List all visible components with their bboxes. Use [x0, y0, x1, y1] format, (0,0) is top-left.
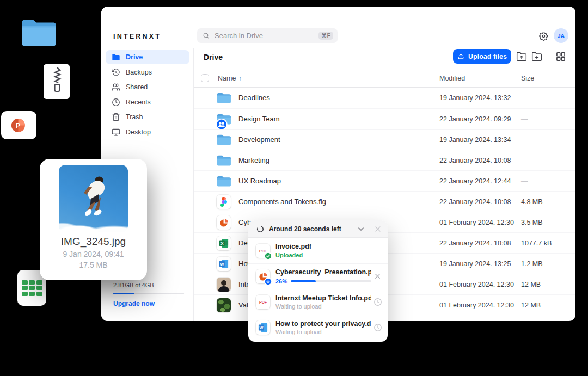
collapse-chevron-icon[interactable] [357, 225, 365, 233]
file-modified: 22 January 2024. 12:44 [439, 177, 511, 185]
folder-icon [217, 134, 231, 145]
svg-text:X: X [220, 241, 224, 246]
folder-icon [217, 92, 231, 103]
top-bar: INTERNXT ⌘F JA [101, 7, 575, 48]
upload-folder-button[interactable] [516, 51, 527, 62]
user-avatar[interactable]: JA [554, 28, 568, 43]
page-title: Drive [204, 53, 223, 61]
waiting-clock-icon [373, 323, 382, 332]
file-size: 3.5 MB [521, 219, 543, 226]
cancel-upload-icon[interactable] [373, 272, 382, 281]
pdf-file-icon: PDF [256, 244, 270, 258]
svg-text:W: W [259, 325, 263, 330]
desktop-background: P IMG_3245.jpg 9 Jan 2024, 09:41 17.5 MB [0, 0, 588, 376]
table-row[interactable]: Development 19 January 2024. 13:34 — [194, 129, 575, 150]
select-all-checkbox[interactable] [201, 74, 209, 82]
sidebar-item-desktop[interactable]: Desktop [106, 125, 189, 139]
sidebar-item-drive[interactable]: Drive [106, 50, 189, 64]
upload-item-info: Invoice.pdfUploaded [275, 243, 382, 258]
upload-item-info: How to protect your privacy.docWaiting t… [275, 320, 371, 336]
photo-person-icon [217, 278, 231, 292]
upload-time-remaining: Around 20 seconds left [269, 225, 357, 233]
upload-popup-header: Around 20 seconds left [248, 220, 388, 238]
internxt-logo: INTERNXT [113, 33, 161, 40]
sidebar-item-label: Recents [126, 98, 151, 106]
desktop-icon [112, 128, 120, 137]
table-row[interactable]: Components and Tokens.fig 22 January 202… [194, 191, 575, 212]
search-input[interactable] [213, 31, 318, 40]
upgrade-now-link[interactable]: Upgrade now [113, 300, 184, 307]
table-row[interactable]: Deadlines 19 January 2024. 13:32 — [194, 88, 575, 108]
storage-usage-label: 2.81GB of 4GB [113, 282, 184, 288]
file-name: Marketing [238, 156, 270, 164]
uploaded-check-badge-icon [264, 252, 272, 260]
upload-progress: 26% [275, 278, 371, 285]
sidebar-item-backups[interactable]: Backups [106, 65, 189, 79]
desktop-zip-file-icon[interactable] [44, 64, 70, 99]
image-thumbnail [59, 165, 128, 232]
upload-item-name: How to protect your privacy.doc [275, 320, 371, 328]
file-modified: 01 February 2024. 12:30 [439, 219, 514, 226]
recents-icon [112, 98, 120, 107]
search-bar[interactable]: ⌘F [197, 28, 338, 43]
uploading-arrow-badge-icon [264, 278, 272, 286]
file-name: Components and Tokens.fig [238, 198, 326, 206]
pdf-file-icon: PDF [256, 295, 270, 309]
storage-section: 2.81GB of 4GB Upgrade now [113, 282, 184, 307]
upload-status: Uploaded [275, 252, 382, 258]
upload-item: PDF Internxt Meetup Ticket Info.pdfWaiti… [248, 289, 388, 315]
column-header-name[interactable]: Name↑ [218, 75, 242, 82]
sort-arrow-icon: ↑ [238, 75, 242, 82]
column-header-modified[interactable]: Modified [439, 75, 465, 82]
file-size: — [521, 94, 528, 102]
image-size: 17.5 MB [40, 261, 147, 269]
ppt-file-icon [256, 269, 270, 283]
trash-icon [112, 113, 120, 121]
file-modified: 01 February 2024. 12:30 [439, 301, 514, 309]
spinner-icon [256, 225, 264, 233]
backups-icon [112, 68, 120, 77]
shared-icon [112, 83, 120, 91]
table-row[interactable]: Marketing 22 January 2024. 10:08 — [194, 150, 575, 170]
desktop-folder-icon[interactable] [21, 16, 57, 47]
table-row[interactable]: Design Team 22 January 2024. 09:29 — [194, 108, 575, 129]
file-size: — [521, 136, 528, 144]
sidebar-item-label: Drive [126, 53, 143, 61]
upload-item-info: Cybersecurity_Presentation.ppt 26% [275, 268, 371, 285]
sidebar-item-shared[interactable]: Shared [106, 80, 189, 94]
upload-item: PDF Invoice.pdfUploaded [248, 238, 388, 263]
file-size: 12 MB [521, 301, 541, 309]
sidebar-item-trash[interactable]: Trash [106, 110, 189, 124]
file-size: 4.8 MB [521, 198, 543, 206]
upload-item: Cybersecurity_Presentation.ppt 26% [248, 263, 388, 289]
file-modified: 22 January 2024. 10:08 [439, 157, 511, 164]
new-folder-button[interactable] [531, 51, 542, 62]
sidebar-item-recents[interactable]: Recents [106, 95, 189, 109]
svg-text:W: W [220, 262, 224, 267]
image-preview-card[interactable]: IMG_3245.jpg 9 Jan 2024, 09:41 17.5 MB [40, 159, 147, 280]
column-header-size[interactable]: Size [521, 75, 534, 82]
file-size: — [521, 157, 528, 164]
table-row[interactable]: UX Roadmap 22 January 2024. 12:44 — [194, 170, 575, 191]
folder-icon [217, 175, 231, 187]
upload-percent: 26% [275, 278, 287, 285]
upload-status: Waiting to upload [275, 303, 371, 310]
photo-plant-icon [217, 298, 231, 312]
settings-gear-icon[interactable] [539, 32, 548, 41]
person-jumping-illustration [64, 167, 122, 225]
powerpoint-icon [217, 215, 231, 230]
upload-item-name: Cybersecurity_Presentation.ppt [275, 268, 371, 276]
file-size: — [521, 115, 528, 123]
search-shortcut-badge: ⌘F [318, 32, 333, 40]
folder-icon [217, 113, 231, 125]
sidebar-item-label: Backups [126, 69, 152, 76]
close-popup-icon[interactable] [373, 225, 382, 233]
upload-files-button[interactable]: Upload files [453, 49, 511, 64]
sidebar-item-label: Trash [126, 113, 143, 121]
image-date: 9 Jan 2024, 09:41 [40, 250, 147, 258]
drive-folder-icon [112, 53, 120, 61]
grid-view-button[interactable] [555, 51, 566, 62]
desktop-powerpoint-file-icon[interactable]: P [1, 111, 36, 139]
upload-item-name: Internxt Meetup Ticket Info.pdf [275, 294, 371, 302]
excel-icon: X [217, 236, 231, 250]
